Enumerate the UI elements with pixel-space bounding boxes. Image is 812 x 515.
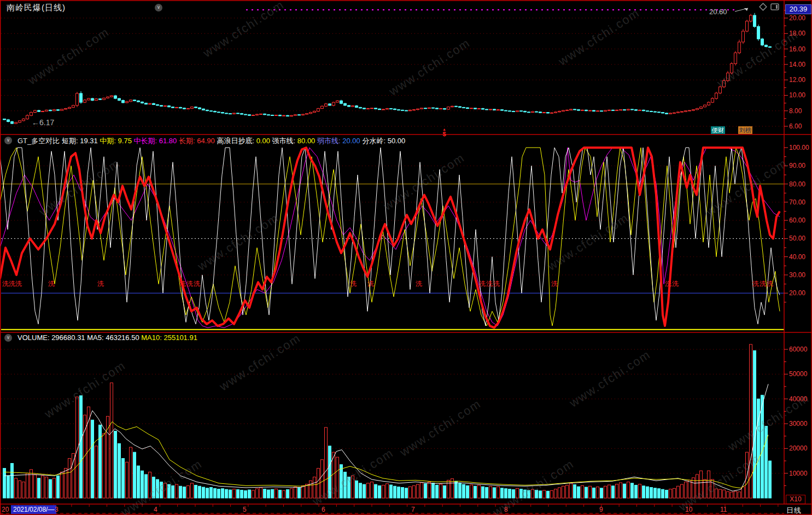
y-tick-label: 80.00 (789, 180, 812, 188)
wash-signal-marker: 洗 (665, 279, 671, 289)
candles-layer (3, 13, 772, 124)
y-tick-label: 70.00 (789, 198, 812, 206)
wash-signal-marker: 洗 (486, 279, 493, 289)
y-tick-label: 90.00 (789, 162, 812, 169)
wash-signal-marker: 洗 (551, 279, 558, 289)
indicator-name: GT_多空对比 (17, 137, 60, 145)
wash-signal-marker: 洗 (493, 279, 500, 289)
volume-bars-layer (3, 344, 772, 498)
y-tick-label: 20.00 (789, 289, 812, 297)
param-高浪日抄底: 高浪日抄底: 0.00 (215, 137, 270, 145)
event-badge: 便财 (711, 126, 725, 134)
signal-marker-dollar: ▲ $ (442, 127, 446, 136)
wash-signal-marker: 洗 (416, 279, 422, 289)
start-date-box[interactable]: 2021/02/08/— (11, 505, 56, 514)
month-tick-label: 10 (685, 506, 692, 513)
chevron-down-icon[interactable]: ∨ (4, 334, 12, 342)
chart-canvas (0, 0, 812, 515)
wash-signal-marker: 洗 (194, 279, 200, 289)
wash-signal-marker: 洗 (15, 279, 22, 289)
period-label[interactable]: 日线 (786, 506, 802, 515)
month-tick-label: 11 (720, 506, 727, 513)
diamond-icon (760, 3, 767, 10)
page-title: 南岭民爆(日线) (7, 3, 66, 13)
chevron-down-icon[interactable]: ∨ (155, 4, 162, 11)
wash-signal-marker: 洗 (186, 279, 193, 289)
param-短期: 短期: 19.31 (60, 137, 97, 145)
month-tick-label: 8 (504, 506, 508, 513)
param-强市线: 强市线: 80.00 (270, 137, 315, 145)
wash-signal-marker: 洗 (760, 279, 766, 289)
y-tick-label: 30000 (789, 420, 812, 428)
wash-signal-marker: 洗 (367, 279, 374, 289)
status-bar: 20 2021/02/08/— 34567891011 日线 (0, 505, 812, 514)
wash-signal-marker: 洗 (767, 279, 773, 289)
month-tick-label: 3 (55, 506, 59, 513)
y-tick-label: 10000 (789, 470, 812, 477)
high-arrow-head (744, 8, 748, 11)
y-tick-label: 8.00 (789, 107, 812, 115)
volume-unit-label: X10 (786, 495, 805, 504)
y-tick-label: 50000 (789, 370, 812, 378)
wash-signal-marker: 洗 (48, 279, 55, 289)
y-tick-label: 16.00 (789, 45, 812, 53)
param-MA10: MA10: 255101.91 (141, 333, 197, 342)
param-MA5: MA5: 463216.50 (87, 333, 141, 342)
wash-signal-marker: 洗 (179, 279, 186, 289)
event-badge: 刘榜 (738, 126, 752, 134)
wash-signal-marker: 洗 (350, 279, 357, 289)
dollar-icon: $ (442, 131, 446, 137)
y-tick-label: 14.00 (789, 61, 812, 68)
volume-params: VOLUME: 296680.31 MA5: 463216.50 MA10: 2… (17, 333, 197, 342)
series-长期 (0, 148, 780, 327)
y-tick-label: 60.00 (789, 216, 812, 224)
param-中期: 中期: 9.75 (98, 137, 132, 145)
y-tick-label: 60000 (789, 346, 812, 353)
param-长期: 长期: 64.90 (177, 137, 214, 145)
y-tick-label: 40000 (789, 395, 812, 403)
param-VOLUME: VOLUME: 296680.31 (17, 333, 87, 342)
year-prefix: 20 (2, 506, 9, 513)
y-tick-label: 40.00 (789, 253, 812, 261)
wash-signal-marker: 洗 (9, 279, 15, 289)
month-tick-label: 7 (411, 506, 415, 513)
window-icon-bar (776, 5, 778, 9)
wash-signal-marker: 洗 (672, 279, 679, 289)
param-弱市线: 弱市线: 20.00 (315, 137, 360, 145)
high-price-annotation: 20.60 (709, 8, 727, 16)
y-tick-label: 18.00 (789, 30, 812, 37)
wash-signal-marker: 洗 (2, 279, 9, 289)
indicator-params: 短期: 19.31 中期: 9.75 中长期: 61.80 长期: 64.90 … (60, 137, 405, 145)
low-price-annotation: ←6.17 (32, 118, 54, 127)
month-tick-label: 5 (243, 506, 247, 513)
chevron-down-icon[interactable]: ∨ (4, 137, 12, 144)
y-tick-label: 50.00 (789, 235, 812, 242)
y-tick-label: 6.00 (789, 122, 812, 130)
month-tick-label: 4 (154, 506, 157, 513)
param-中长期: 中长期: 61.80 (132, 137, 177, 145)
month-tick-label: 9 (599, 506, 603, 513)
y-tick-label: 10.00 (789, 91, 812, 99)
y-tick-label: 12.00 (789, 76, 812, 84)
app-window: { "window": { "title": "南岭民爆(日线)", "pric… (0, 0, 812, 515)
y-tick-label: 20.00 (789, 14, 812, 22)
y-tick-label: 20000 (789, 444, 812, 452)
wash-signal-marker: 洗 (97, 279, 104, 289)
last-price-box: 20.39 (785, 4, 811, 14)
param-分水岭: 分水岭: 50.00 (360, 137, 405, 145)
wash-signal-marker: 洗 (479, 279, 486, 289)
y-tick-label: 100.00 (789, 144, 812, 151)
wash-signal-marker: 洗 (752, 279, 759, 289)
y-tick-label: 30.00 (789, 271, 812, 279)
month-tick-label: 6 (322, 506, 325, 513)
indicator-name-and-params: GT_多空对比 短期: 19.31 中期: 9.75 中长期: 61.80 长期… (17, 136, 405, 146)
